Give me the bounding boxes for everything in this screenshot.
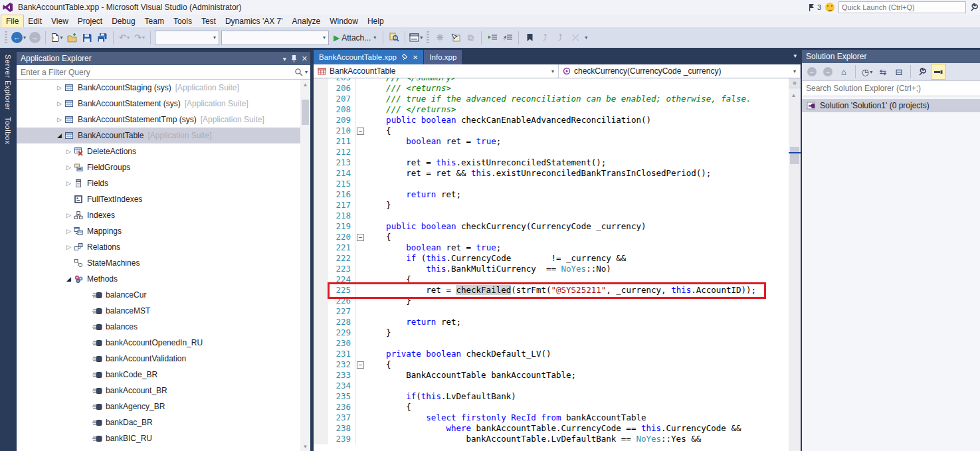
code-text[interactable]: private boolean checkDefault_LV() (366, 349, 801, 359)
tree-item-fields[interactable]: ▷Fields (17, 175, 310, 191)
code-text[interactable]: if (this.CurrencyCode != _currency && (366, 253, 801, 264)
menu-dynamics-ax-7[interactable]: Dynamics 'AX 7' (221, 15, 288, 27)
back-button[interactable]: ← (805, 64, 819, 79)
collapse-fold-icon[interactable]: − (357, 234, 364, 241)
code-text[interactable]: } (366, 200, 801, 211)
code-line[interactable]: 221 boolean ret = true; (314, 242, 801, 253)
tree-item-balancemst[interactable]: balanceMST (17, 303, 310, 319)
notifications-icon[interactable]: 3 (808, 3, 821, 12)
expand-arrow[interactable]: ▷ (55, 116, 64, 123)
expand-arrow[interactable]: ▷ (55, 100, 64, 107)
search-icon[interactable] (294, 68, 303, 76)
configuration-combobox[interactable]: ▾ (155, 31, 219, 45)
attach-button[interactable]: ▶ Attach... ▾ (331, 33, 379, 43)
expand-arrow[interactable]: ▷ (64, 180, 73, 187)
menu-view[interactable]: View (47, 15, 73, 27)
window-position-chevron-icon[interactable]: ▾ (283, 55, 286, 62)
filter-query-input[interactable] (17, 68, 310, 77)
toolbar-grip[interactable] (5, 31, 7, 45)
code-line[interactable]: 223 this.BankMultiCurrency == NoYes::No) (314, 264, 801, 274)
code-text[interactable]: BankAccountTable bankAccountTable; (366, 370, 801, 381)
pending-changes-filter-icon[interactable]: ◷▾ (860, 64, 874, 79)
forward-button[interactable]: → (821, 64, 834, 79)
split-window-handle[interactable]: ≡ (789, 78, 801, 88)
scrollbar-thumb[interactable] (302, 100, 309, 125)
code-line[interactable]: 215 (314, 179, 801, 189)
member-dropdown[interactable]: checkCurrency(CurrencyCode _currency) ▾ (559, 64, 801, 78)
code-text[interactable]: { (366, 359, 801, 370)
menu-project[interactable]: Project (73, 15, 107, 27)
code-line[interactable]: 206 /// <returns> (314, 83, 801, 94)
pin-icon[interactable] (291, 54, 297, 62)
undo-button[interactable]: ↶▾ (118, 31, 131, 45)
menu-help[interactable]: Help (363, 15, 389, 27)
menu-tools[interactable]: Tools (169, 15, 197, 27)
menu-debug[interactable]: Debug (107, 15, 140, 27)
code-line[interactable]: 214 ret = ret && this.existUnreconciledB… (314, 168, 801, 179)
tree-item-balances[interactable]: balances (17, 319, 310, 335)
tree-item-bankaccounttable[interactable]: ◢BankAccountTable[Application Suite] (17, 128, 310, 143)
code-text[interactable] (366, 306, 801, 317)
code-line[interactable]: 239 bankAccountTable.LvDefaultBank == No… (314, 434, 801, 444)
code-text[interactable] (366, 179, 801, 189)
code-text[interactable]: return ret; (366, 189, 801, 200)
redo-button[interactable]: ↷▾ (133, 31, 146, 45)
close-icon[interactable]: ✕ (302, 54, 308, 63)
collapse-fold-icon[interactable]: − (357, 361, 364, 369)
code-line[interactable]: 219 public boolean checkCurrency(Currenc… (314, 221, 801, 232)
expand-arrow[interactable]: ◢ (64, 276, 73, 282)
code-line[interactable]: 222 if (this.CurrencyCode != _currency &… (314, 253, 801, 264)
tree-item-bankaccountvalidation[interactable]: bankAccountValidation (17, 351, 310, 367)
scroll-up-arrow[interactable]: ▲ (300, 80, 310, 89)
code-line[interactable]: 225 ret = checkFailed(strFmt("@SYS25211"… (314, 285, 801, 296)
tree-item-bankbic-ru[interactable]: bankBIC_RU (17, 430, 310, 446)
navigate-forward-button[interactable]: → (28, 31, 41, 45)
scroll-up-arrow[interactable]: ▲ (789, 90, 799, 100)
quick-launch-input[interactable] (838, 1, 966, 13)
code-line[interactable]: 229 } (314, 327, 801, 338)
expand-arrow[interactable]: ▷ (64, 244, 73, 250)
feedback-smiley-icon[interactable] (825, 3, 834, 12)
code-line[interactable]: 216 return ret; (314, 189, 801, 200)
code-text[interactable]: boolean ret = true; (366, 136, 801, 147)
save-all-button[interactable] (96, 31, 109, 45)
code-text[interactable] (366, 338, 801, 349)
bookmark-icon[interactable] (523, 31, 536, 45)
tree-item-bankdac-br[interactable]: bankDac_BR (17, 414, 310, 430)
increase-indent-icon[interactable]: ? (501, 31, 514, 45)
code-line[interactable]: 207 /// true if the advanced reconciliat… (314, 94, 801, 104)
tree-item-bankagency-br[interactable]: bankAgency_BR (17, 399, 310, 414)
platform-combobox[interactable]: ▾ (221, 31, 329, 45)
menu-analyze[interactable]: Analyze (288, 15, 326, 27)
code-line[interactable]: 233 BankAccountTable bankAccountTable; (314, 370, 801, 381)
parameter-info-icon[interactable]: ⧉ (464, 31, 477, 45)
clear-bookmarks-icon[interactable]: ⤫ (569, 31, 582, 45)
code-text[interactable]: return ret; (366, 317, 801, 327)
code-text[interactable]: boolean ret = true; (366, 242, 801, 253)
code-line[interactable]: 220− { (314, 232, 801, 242)
pin-tab-icon[interactable] (402, 54, 408, 61)
properties-wrench-icon[interactable] (916, 64, 929, 79)
code-line[interactable]: 209 public boolean checkCanEnableAdvance… (314, 115, 801, 126)
scrollbar-thumb[interactable] (790, 147, 799, 164)
tree-item-relations[interactable]: ▷Relations (17, 239, 310, 255)
member-list-icon[interactable] (448, 31, 462, 45)
code-line[interactable]: 217 } (314, 200, 801, 211)
tree-item-bankaccountstatementtmp-sys[interactable]: ▷BankAccountStatementTmp (sys)[Applicati… (17, 112, 310, 128)
tree-item-deleteactions[interactable]: ▷DeleteActions (17, 143, 310, 159)
search-options-chevron[interactable]: ▾ (305, 69, 308, 75)
code-line[interactable]: 228 return ret; (314, 317, 801, 327)
code-line[interactable]: 235 if(this.LvDefaultBank) (314, 391, 801, 402)
code-text[interactable]: bankAccountTable.LvDefaultBank == NoYes:… (366, 434, 801, 444)
code-text[interactable]: { (366, 126, 801, 136)
close-tab-icon[interactable]: ✕ (413, 54, 418, 61)
decrease-indent-icon[interactable] (486, 31, 499, 45)
code-text[interactable] (366, 211, 801, 221)
code-line[interactable]: 230 (314, 338, 801, 349)
code-line[interactable]: 231 private boolean checkDefault_LV() (314, 349, 801, 359)
tree-item-balancecur[interactable]: balanceCur (17, 287, 310, 303)
code-editor[interactable]: 205 /// </summary>206 /// <returns>207 /… (314, 78, 801, 451)
code-text[interactable]: } (366, 296, 801, 306)
toolbar-overflow-chevron[interactable]: ▾ (585, 35, 587, 41)
save-button[interactable] (80, 31, 94, 45)
